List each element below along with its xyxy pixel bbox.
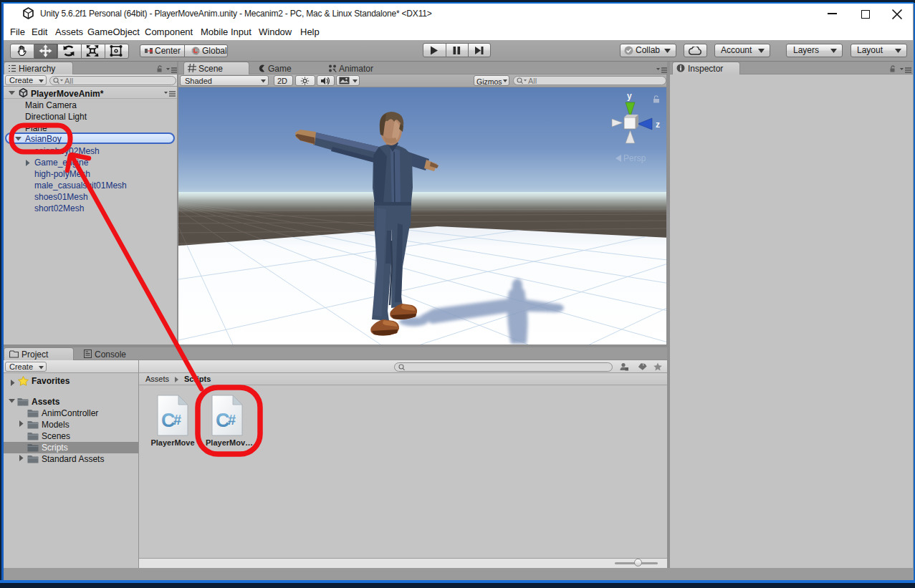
svg-text:y: y bbox=[627, 91, 632, 101]
svg-text:z: z bbox=[656, 120, 660, 130]
svg-text:Persp: Persp bbox=[623, 153, 646, 163]
svg-text:#: # bbox=[173, 412, 181, 428]
svg-text:#: # bbox=[228, 412, 236, 428]
